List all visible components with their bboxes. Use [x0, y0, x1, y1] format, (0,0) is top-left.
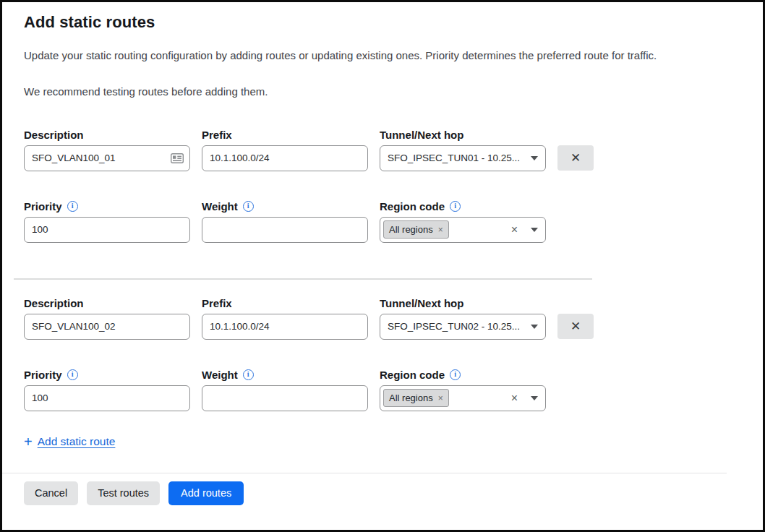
- add-static-routes-dialog: Add static routes Update your static rou…: [2, 2, 763, 505]
- region-tag-remove-icon[interactable]: ×: [438, 394, 443, 403]
- tunnel-selected-value: SFO_IPSEC_TUN01 - 10.25...: [388, 153, 525, 163]
- route-divider: [14, 278, 592, 280]
- weight-label: Weight: [202, 369, 238, 381]
- weight-label: Weight: [202, 200, 238, 213]
- add-static-route-link[interactable]: + Add static route: [24, 434, 115, 449]
- weight-input[interactable]: [202, 217, 368, 243]
- weight-input[interactable]: [202, 385, 368, 411]
- priority-label: Priority: [24, 200, 62, 213]
- tunnel-selected-value: SFO_IPSEC_TUN02 - 10.25...: [388, 321, 525, 332]
- page-title: Add static routes: [24, 13, 741, 32]
- prefix-input[interactable]: [202, 145, 368, 171]
- tunnel-next-hop-label: Tunnel/Next hop: [380, 129, 463, 141]
- priority-input[interactable]: [24, 217, 190, 243]
- chevron-down-icon: [531, 156, 538, 160]
- region-tag: All regions ×: [383, 220, 449, 239]
- priority-info-icon[interactable]: i: [67, 201, 78, 212]
- prefix-input[interactable]: [202, 314, 368, 340]
- priority-info-icon[interactable]: i: [67, 369, 78, 380]
- description-label: Description: [24, 297, 84, 309]
- footer-divider: [2, 473, 727, 473]
- weight-info-icon[interactable]: i: [243, 369, 254, 380]
- intro-text-line2: We recommend testing routes before addin…: [24, 85, 741, 99]
- tunnel-next-hop-select[interactable]: SFO_IPSEC_TUN02 - 10.25...: [380, 314, 546, 340]
- chevron-down-icon: [531, 228, 538, 232]
- description-label: Description: [24, 129, 84, 141]
- region-tag-label: All regions: [389, 224, 433, 235]
- test-routes-button[interactable]: Test routes: [87, 481, 160, 505]
- chevron-down-icon: [531, 325, 538, 329]
- region-code-label: Region code: [380, 200, 445, 213]
- cancel-button[interactable]: Cancel: [24, 481, 78, 505]
- route-block-1: Description Prefix Tunnel/Next hop: [24, 129, 741, 243]
- prefix-label: Prefix: [202, 129, 232, 141]
- add-routes-button[interactable]: Add routes: [168, 481, 244, 505]
- priority-input[interactable]: [24, 385, 190, 411]
- route-block-2: Description Prefix Tunnel/Next hop SFO_I…: [24, 297, 741, 411]
- description-input[interactable]: [24, 314, 190, 340]
- region-tag: All regions ×: [383, 389, 449, 407]
- tunnel-next-hop-select[interactable]: SFO_IPSEC_TUN01 - 10.25...: [380, 145, 546, 171]
- footer-actions: Cancel Test routes Add routes: [24, 481, 741, 505]
- description-input[interactable]: [24, 145, 190, 171]
- region-code-select[interactable]: All regions × ×: [380, 217, 546, 243]
- region-tag-label: All regions: [389, 392, 433, 403]
- region-code-select[interactable]: All regions × ×: [380, 385, 546, 411]
- region-code-info-icon[interactable]: i: [450, 201, 461, 212]
- chevron-down-icon: [531, 396, 538, 400]
- region-clear-icon[interactable]: ×: [511, 224, 518, 236]
- weight-info-icon[interactable]: i: [243, 201, 254, 212]
- region-clear-icon[interactable]: ×: [511, 392, 518, 404]
- intro-text-line1: Update your static routing configuration…: [24, 49, 741, 63]
- remove-route-button[interactable]: ✕: [557, 145, 594, 171]
- contact-card-icon[interactable]: [171, 153, 184, 163]
- priority-label: Priority: [24, 369, 62, 381]
- plus-icon: +: [24, 434, 33, 449]
- remove-route-button[interactable]: ✕: [557, 314, 594, 339]
- tunnel-next-hop-label: Tunnel/Next hop: [380, 297, 463, 309]
- region-code-info-icon[interactable]: i: [450, 369, 461, 380]
- region-code-label: Region code: [380, 369, 445, 381]
- prefix-label: Prefix: [202, 297, 232, 309]
- add-static-route-label: Add static route: [38, 435, 116, 448]
- region-tag-remove-icon[interactable]: ×: [438, 226, 443, 234]
